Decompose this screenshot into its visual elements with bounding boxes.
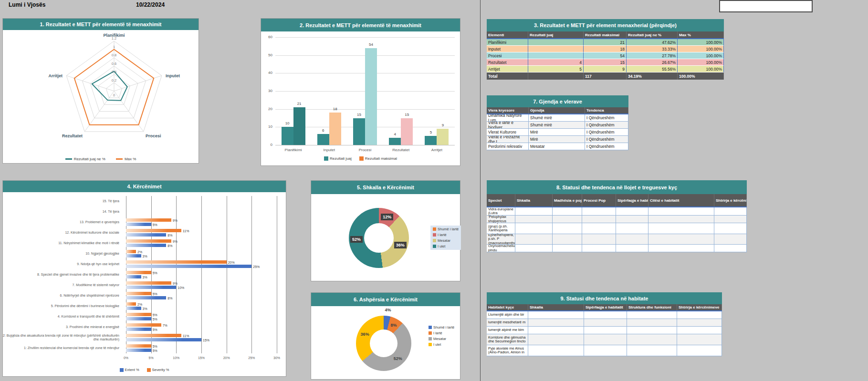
- table-cell[interactable]: [553, 234, 582, 245]
- table-cell[interactable]: 100.00%: [678, 46, 724, 52]
- table-cell[interactable]: 21: [584, 39, 627, 46]
- table-cell[interactable]: [584, 327, 627, 334]
- threat-severity-donut-chart[interactable]: 4%8%52%36%Shumë i lartëI lartëMesatarI u…: [311, 306, 460, 380]
- your-score-bar[interactable]: [389, 138, 401, 145]
- your-score-bar[interactable]: [425, 136, 437, 145]
- table-cell[interactable]: [582, 207, 616, 216]
- table-cell[interactable]: Mirë: [529, 136, 585, 143]
- severity-bar[interactable]: [126, 344, 151, 348]
- table-cell[interactable]: [553, 245, 582, 252]
- column-header[interactable]: Vlera kryesore: [487, 107, 529, 113]
- table-cell[interactable]: [648, 245, 714, 252]
- table-cell[interactable]: 55.56%: [627, 66, 678, 72]
- table-cell[interactable]: 117: [584, 72, 627, 80]
- table-cell[interactable]: 18: [584, 46, 627, 52]
- table-cell[interactable]: Mirë: [529, 129, 585, 136]
- table-cell[interactable]: [714, 216, 747, 223]
- table-cell[interactable]: I Qëndrueshëm: [585, 136, 628, 143]
- table-cell[interactable]: [627, 327, 677, 334]
- extent-bar[interactable]: [126, 233, 166, 237]
- table-cell[interactable]: [528, 52, 584, 59]
- table-cell[interactable]: [714, 223, 747, 234]
- table-cell[interactable]: Plecoptera (grup) (p.sh. Xanthoperla api…: [487, 223, 515, 234]
- table-cell[interactable]: Arritjet: [487, 66, 528, 72]
- table-cell[interactable]: 9: [584, 66, 627, 72]
- table-cell[interactable]: [515, 234, 553, 245]
- column-header[interactable]: Shkalla: [515, 194, 553, 206]
- bar-chart[interactable]: 01020304050601021Planifikimi618Inputet15…: [261, 31, 460, 166]
- table-cell[interactable]: [616, 223, 648, 234]
- extent-bar[interactable]: [126, 275, 141, 278]
- column-header[interactable]: Shtrirja e kërcënimeve: [714, 194, 747, 206]
- table-cell[interactable]: [677, 334, 722, 345]
- table-cell[interactable]: [528, 334, 584, 345]
- table-cell[interactable]: 4: [528, 59, 584, 66]
- table-cell[interactable]: Perdorimi rekreativ: [487, 143, 529, 150]
- table-cell[interactable]: [677, 311, 722, 319]
- extent-bar[interactable]: [126, 307, 141, 310]
- table-cell[interactable]: 100.00%: [678, 66, 724, 72]
- your-score-bar[interactable]: [353, 118, 365, 145]
- max-score-bar[interactable]: [401, 118, 413, 145]
- table-cell[interactable]: 100.00%: [678, 59, 724, 66]
- table-cell[interactable]: Shumë mirë: [529, 114, 585, 122]
- table-cell[interactable]: Vlerat e Peizazhit dhe t: [487, 136, 529, 143]
- table-cell[interactable]: [515, 223, 553, 234]
- column-header[interactable]: Tendenca: [585, 107, 628, 113]
- table-cell[interactable]: Vlerat Kulturore: [487, 129, 529, 136]
- column-header[interactable]: Cilësi e habitatit: [648, 194, 714, 206]
- table-cell[interactable]: [528, 311, 584, 319]
- extent-bar[interactable]: [126, 244, 166, 247]
- table-cell[interactable]: [584, 345, 627, 356]
- table-cell[interactable]: [528, 46, 584, 52]
- table-cell[interactable]: [582, 245, 616, 252]
- table-cell[interactable]: I Qëndrueshëm: [585, 122, 628, 129]
- table-cell[interactable]: [584, 311, 627, 319]
- table-cell[interactable]: Korridore dhe gëmusha dhe Securinegion t…: [487, 334, 528, 345]
- table-cell[interactable]: 'Pelophylax shqipericus: [487, 216, 515, 223]
- severity-bar[interactable]: [126, 323, 161, 327]
- table-cell[interactable]: [528, 327, 584, 334]
- extent-bar[interactable]: [126, 296, 166, 299]
- severity-bar[interactable]: [126, 313, 151, 316]
- table-cell[interactable]: [627, 319, 677, 327]
- severity-bar[interactable]: [126, 281, 171, 285]
- column-header[interactable]: Sipërfaqja e habitatit: [616, 194, 648, 206]
- column-header[interactable]: Habitatet kyçe: [487, 304, 528, 310]
- column-header[interactable]: Rezultati juaj ne %: [627, 31, 678, 38]
- table-cell[interactable]: I Qëndrueshëm: [585, 114, 628, 122]
- table-cell[interactable]: Total: [487, 72, 528, 80]
- threat-scale-donut-chart[interactable]: 12%36%52%Shumë i lartëI lartëMesatarI ul…: [311, 194, 460, 282]
- table-cell[interactable]: Oxynoemacheilus pindu: [487, 245, 515, 252]
- column-header[interactable]: Elementi: [487, 31, 528, 38]
- table-cell[interactable]: 100.00%: [678, 72, 724, 80]
- column-header[interactable]: Shkalla: [528, 304, 584, 310]
- extent-bar[interactable]: [126, 338, 201, 341]
- table-cell[interactable]: I Qëndrueshëm: [585, 143, 628, 150]
- table-cell[interactable]: [627, 345, 677, 356]
- column-header[interactable]: Max %: [678, 31, 724, 38]
- table-cell[interactable]: [677, 327, 722, 334]
- empty-textbox[interactable]: [719, 0, 813, 12]
- table-cell[interactable]: [528, 319, 584, 327]
- table-cell[interactable]: Llumenjtë alpin dhe bir: [487, 311, 528, 319]
- column-header[interactable]: Sipërfaqja e habitatit: [584, 304, 627, 310]
- table-cell[interactable]: Mesatar: [529, 143, 585, 150]
- table-cell[interactable]: Procesi: [487, 52, 528, 59]
- table-cell[interactable]: [584, 319, 627, 327]
- table-cell[interactable]: Pyje aluviale me Alnus (Alno-Padion, Aln…: [487, 345, 528, 356]
- table-cell[interactable]: [648, 234, 714, 245]
- table-cell[interactable]: [714, 245, 747, 252]
- column-header[interactable]: Shtrirja e kërcënimeve: [677, 304, 722, 310]
- table-cell[interactable]: [627, 334, 677, 345]
- your-score-bar[interactable]: [282, 127, 293, 145]
- severity-bar[interactable]: [126, 334, 181, 337]
- table-cell[interactable]: 100.00%: [678, 39, 724, 46]
- table-cell[interactable]: [553, 223, 582, 234]
- table-cell[interactable]: 27.78%: [627, 52, 678, 59]
- table-cell[interactable]: 5: [528, 66, 584, 72]
- max-score-bar[interactable]: [329, 113, 341, 145]
- table-cell[interactable]: [528, 345, 584, 356]
- severity-bar[interactable]: [126, 218, 171, 222]
- column-header[interactable]: Madhësia e popullatës: [553, 194, 582, 206]
